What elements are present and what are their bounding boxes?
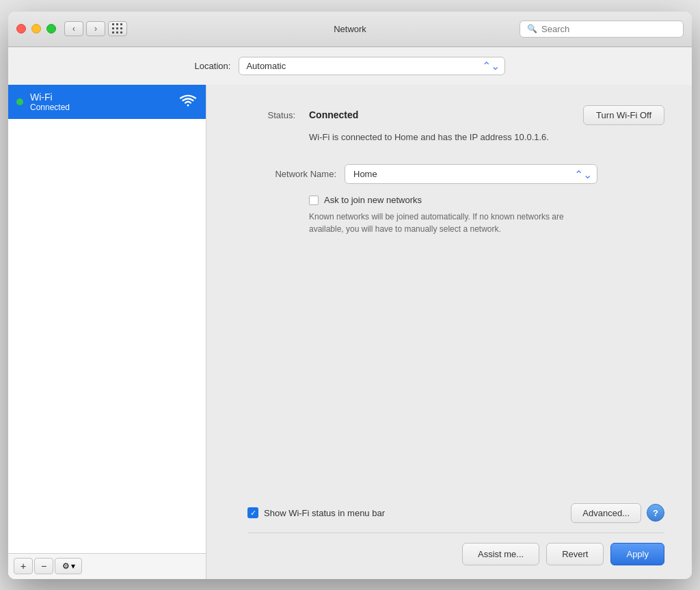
ask-to-join-label: Ask to join new networks — [324, 195, 422, 205]
show-wifi-checkbox[interactable]: ✓ — [247, 507, 258, 518]
network-select-wrapper: Home ⌃⌄ — [345, 164, 597, 184]
gear-menu-button[interactable]: ⚙ ▾ — [55, 558, 82, 574]
checkmark-icon: ✓ — [250, 509, 256, 517]
status-description: Wi-Fi is connected to Home and has the I… — [309, 131, 664, 144]
ask-to-join-checkbox[interactable] — [309, 196, 319, 205]
status-row: Status: Connected Turn Wi-Fi Off — [247, 105, 664, 125]
sidebar-item-wifi[interactable]: Wi-Fi Connected — [8, 85, 206, 119]
nav-buttons: ‹ › — [64, 21, 105, 36]
assist-me-button[interactable]: Assist me... — [462, 543, 539, 565]
add-network-button[interactable]: + — [14, 558, 33, 574]
location-select-wrapper: Automatic ⌃⌄ — [239, 57, 505, 75]
sidebar-item-text: Wi-Fi Connected — [30, 92, 70, 112]
bottom-bar: ✓ Show Wi-Fi status in menu bar Advanced… — [247, 492, 664, 565]
bottom-controls: ✓ Show Wi-Fi status in menu bar Advanced… — [247, 503, 664, 523]
search-bar[interactable]: 🔍 — [520, 21, 684, 38]
forward-button[interactable]: › — [86, 21, 105, 36]
search-input[interactable] — [541, 24, 676, 34]
wifi-icon — [178, 93, 198, 111]
back-button[interactable]: ‹ — [64, 21, 83, 36]
network-name-row: Network Name: Home ⌃⌄ — [247, 164, 664, 184]
traffic-lights — [16, 24, 56, 33]
sidebar-item-status: Connected — [30, 103, 70, 112]
advanced-button[interactable]: Advanced... — [571, 503, 641, 523]
action-buttons-row: Assist me... Revert Apply — [247, 533, 664, 565]
right-panel: Status: Connected Turn Wi-Fi Off Wi-Fi i… — [206, 85, 692, 579]
minimize-button[interactable] — [31, 24, 41, 33]
sidebar: Wi-Fi Connected + − — [8, 85, 206, 579]
apply-button[interactable]: Apply — [610, 543, 664, 565]
close-button[interactable] — [16, 24, 26, 33]
titlebar: ‹ › Network 🔍 — [8, 12, 692, 47]
status-value: Connected — [309, 109, 569, 120]
bottom-right-buttons: Advanced... ? — [571, 503, 664, 523]
sidebar-toolbar: + − ⚙ ▾ — [8, 553, 206, 579]
help-button[interactable]: ? — [647, 504, 664, 522]
location-bar: Location: Automatic ⌃⌄ — [8, 47, 692, 85]
search-icon: 🔍 — [527, 24, 537, 33]
show-wifi-label: Show Wi-Fi status in menu bar — [264, 508, 385, 518]
ask-to-join-description: Known networks will be joined automatica… — [309, 211, 569, 235]
show-wifi-row[interactable]: ✓ Show Wi-Fi status in menu bar — [247, 507, 385, 518]
apps-grid-button[interactable] — [108, 21, 127, 36]
sidebar-list: Wi-Fi Connected — [8, 85, 206, 553]
network-name-label: Network Name: — [247, 169, 336, 179]
main-content: Wi-Fi Connected + − — [8, 85, 692, 579]
sidebar-item-name: Wi-Fi — [30, 92, 70, 103]
location-label: Location: — [195, 61, 231, 71]
gear-icon: ⚙ — [62, 561, 70, 571]
network-window: ‹ › Network 🔍 Location: Automatic ⌃⌄ — [8, 12, 692, 579]
network-name-select[interactable]: Home — [345, 164, 597, 184]
apps-grid-icon — [112, 23, 123, 34]
turn-wifi-button[interactable]: Turn Wi-Fi Off — [583, 105, 664, 125]
connection-status-dot — [16, 98, 23, 105]
status-label: Status: — [247, 110, 295, 120]
gear-arrow-icon: ▾ — [71, 561, 75, 571]
location-select[interactable]: Automatic — [239, 57, 505, 75]
revert-button[interactable]: Revert — [546, 543, 604, 565]
remove-network-button[interactable]: − — [34, 558, 53, 574]
window-title: Network — [334, 24, 366, 34]
ask-to-join-row[interactable]: Ask to join new networks — [309, 195, 664, 205]
maximize-button[interactable] — [46, 24, 56, 33]
